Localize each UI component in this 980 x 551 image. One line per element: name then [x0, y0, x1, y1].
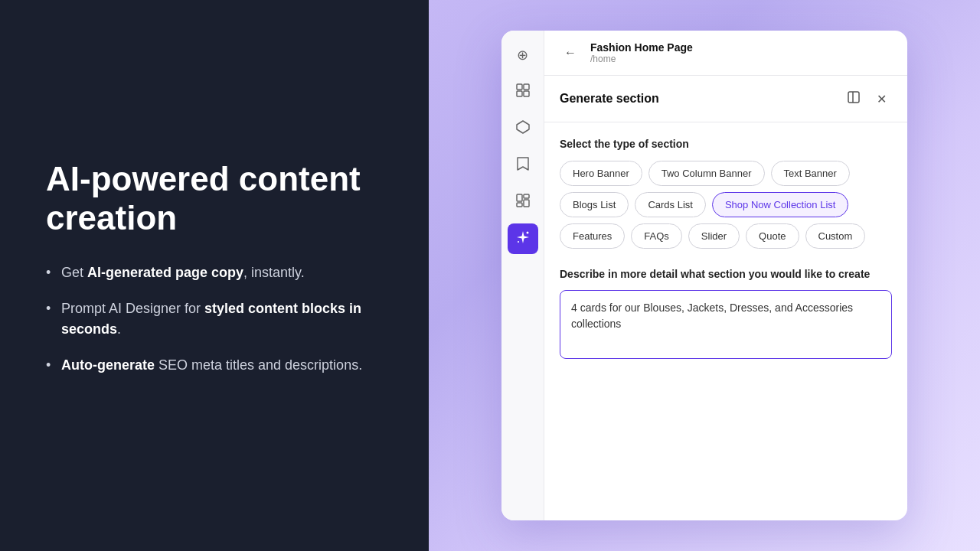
- bookmark-icon: [516, 156, 530, 175]
- ai-sparkle-icon: [515, 230, 531, 249]
- expand-icon: [848, 91, 860, 106]
- sidebar-item-add[interactable]: ⊕: [508, 40, 538, 70]
- page-name: Fashion Home Page: [590, 41, 892, 54]
- svg-point-8: [526, 231, 528, 233]
- hero-heading: AI-powered content creation: [46, 160, 383, 237]
- section-type-shop-now-collection-list[interactable]: Shop Now Collection List: [712, 192, 849, 217]
- section-type-features[interactable]: Features: [560, 223, 625, 249]
- section-type-slider[interactable]: Slider: [688, 223, 740, 249]
- svg-rect-7: [524, 200, 529, 207]
- sidebar-item-widget[interactable]: [508, 187, 538, 217]
- section-type-text-banner[interactable]: Text Banner: [771, 161, 850, 186]
- svg-rect-10: [848, 92, 859, 103]
- widget-icon: [515, 193, 531, 212]
- panel-close-button[interactable]: ✕: [871, 88, 892, 109]
- svg-rect-5: [524, 194, 529, 198]
- sidebar-item-layout[interactable]: [508, 77, 538, 107]
- panel-body: Select the type of section Hero Banner T…: [544, 122, 907, 377]
- section-select-label: Select the type of section: [560, 138, 892, 150]
- feature-bold-3: Auto-generate: [61, 357, 155, 373]
- describe-label: Describe in more detail what section you…: [560, 267, 892, 282]
- section-type-two-column-banner[interactable]: Two Column Banner: [648, 161, 765, 186]
- page-path: /home: [590, 54, 892, 64]
- feature-item-1: Get AI-generated page copy, instantly.: [46, 262, 383, 283]
- describe-textarea[interactable]: 4 cards for our Blouses, Jackets, Dresse…: [560, 290, 892, 359]
- panel-header: Generate section ✕: [544, 76, 907, 122]
- svg-point-9: [518, 241, 519, 243]
- panel-expand-button[interactable]: [843, 88, 864, 109]
- main-content: ← Fashion Home Page /home Generate secti…: [544, 31, 907, 520]
- svg-rect-3: [524, 91, 529, 96]
- feature-bold-1: AI-generated page copy: [87, 265, 243, 280]
- section-type-faqs[interactable]: FAQs: [631, 223, 682, 249]
- feature-bold-2: styled content blocks in seconds: [61, 301, 361, 337]
- feature-item-2: Prompt AI Designer for styled content bl…: [46, 298, 383, 340]
- component-icon: [515, 119, 531, 139]
- svg-rect-0: [517, 84, 522, 90]
- app-sidebar: ⊕: [501, 31, 544, 520]
- app-header: ← Fashion Home Page /home: [544, 31, 907, 76]
- app-window: ⊕: [501, 31, 907, 520]
- svg-rect-6: [517, 203, 522, 207]
- sidebar-item-bookmark[interactable]: [508, 150, 538, 181]
- feature-list: Get AI-generated page copy, instantly. P…: [46, 262, 383, 391]
- back-button[interactable]: ←: [560, 42, 581, 64]
- left-panel: AI-powered content creation Get AI-gener…: [0, 0, 429, 551]
- back-arrow-icon: ←: [564, 46, 577, 60]
- sidebar-item-component[interactable]: [508, 113, 538, 144]
- svg-rect-1: [524, 84, 529, 90]
- section-type-blogs-list[interactable]: Blogs List: [560, 192, 629, 217]
- section-type-cards-list[interactable]: Cards List: [635, 192, 706, 217]
- section-type-custom[interactable]: Custom: [805, 223, 866, 249]
- section-type-hero-banner[interactable]: Hero Banner: [560, 161, 642, 186]
- add-icon: ⊕: [517, 47, 528, 64]
- panel-area: Generate section ✕ Select: [544, 76, 907, 520]
- section-types-container: Hero Banner Two Column Banner Text Banne…: [560, 161, 892, 249]
- close-icon: ✕: [877, 92, 887, 106]
- section-type-quote[interactable]: Quote: [746, 223, 799, 249]
- header-title: Fashion Home Page /home: [590, 41, 892, 64]
- svg-rect-4: [517, 194, 522, 201]
- panel-title: Generate section: [560, 92, 837, 106]
- feature-item-3: Auto-generate SEO meta titles and descri…: [46, 355, 383, 376]
- sidebar-item-ai[interactable]: [508, 223, 538, 254]
- right-panel: ⊕: [429, 0, 980, 551]
- layout-icon: [515, 83, 531, 102]
- svg-rect-2: [517, 91, 522, 96]
